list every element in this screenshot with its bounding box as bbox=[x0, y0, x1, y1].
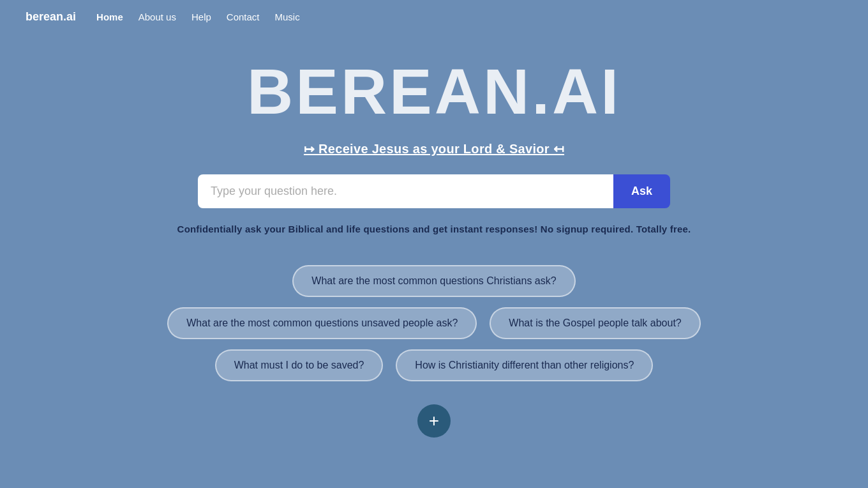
suggestion-btn-5[interactable]: How is Christianity different than other… bbox=[396, 349, 653, 381]
expand-suggestions-button[interactable]: + bbox=[417, 404, 451, 438]
nav-link-help[interactable]: Help bbox=[191, 11, 211, 22]
nav-logo[interactable]: berean.ai bbox=[26, 10, 76, 24]
search-input[interactable] bbox=[198, 174, 613, 208]
suggestion-btn-3[interactable]: What is the Gospel people talk about? bbox=[490, 307, 700, 339]
suggestions-container: What are the most common questions Chris… bbox=[0, 265, 868, 438]
main-content: BEREAN.AI ↦ Receive Jesus as your Lord &… bbox=[0, 34, 868, 438]
ask-button[interactable]: Ask bbox=[613, 174, 670, 208]
nav-link-contact[interactable]: Contact bbox=[227, 11, 260, 22]
suggestion-btn-4[interactable]: What must I do to be saved? bbox=[215, 349, 384, 381]
subtitle-text: Confidentially ask your Biblical and lif… bbox=[177, 224, 691, 234]
nav-link-about[interactable]: About us bbox=[138, 11, 176, 22]
receive-jesus-link[interactable]: ↦ Receive Jesus as your Lord & Savior ↤ bbox=[304, 141, 564, 156]
suggestion-btn-2[interactable]: What are the most common questions unsav… bbox=[167, 307, 477, 339]
page-title: BEREAN.AI bbox=[247, 59, 621, 123]
search-bar: Ask bbox=[198, 174, 670, 208]
suggestion-row-2: What are the most common questions unsav… bbox=[167, 307, 701, 339]
nav-link-home[interactable]: Home bbox=[96, 11, 123, 22]
suggestion-row-1: What are the most common questions Chris… bbox=[292, 265, 575, 297]
nav-link-music[interactable]: Music bbox=[275, 11, 300, 22]
suggestion-row-3: What must I do to be saved? How is Chris… bbox=[215, 349, 654, 381]
navigation: berean.ai Home About us Help Contact Mus… bbox=[0, 0, 868, 34]
suggestion-btn-1[interactable]: What are the most common questions Chris… bbox=[292, 265, 575, 297]
